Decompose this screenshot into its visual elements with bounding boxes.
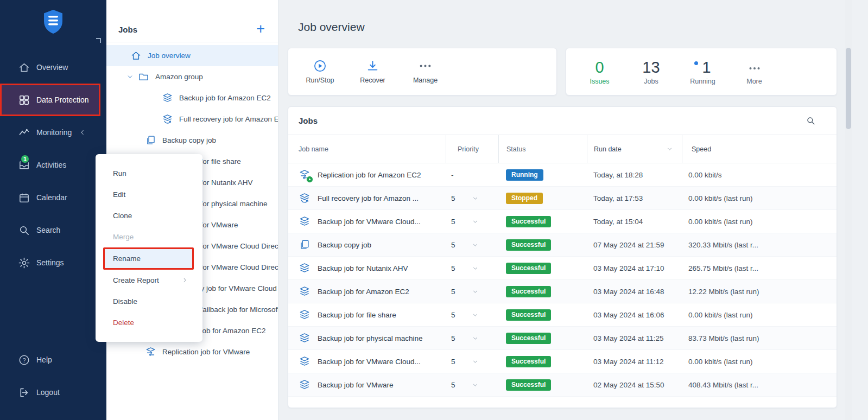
- priority-value: 5: [451, 241, 455, 249]
- job-icon-wrap: [299, 332, 311, 344]
- caret-down-icon[interactable]: [472, 335, 479, 342]
- tree-item-full-recovery-job-for-amazon-ec2[interactable]: Full recovery job for Amazon EC2: [106, 109, 278, 130]
- table-row[interactable]: Replication job for Amazon EC2-RunningTo…: [288, 163, 837, 187]
- sidebar-item-logout[interactable]: Logout: [0, 376, 106, 409]
- status-badge: Successful: [506, 286, 551, 297]
- calendar-icon: [18, 192, 30, 204]
- stat-issues[interactable]: 0Issues: [574, 58, 625, 85]
- context-menu-item-clone[interactable]: Clone: [96, 205, 202, 226]
- backup-job-icon: [299, 332, 311, 344]
- table-row[interactable]: Backup job for physical machine5Successf…: [288, 327, 837, 350]
- speed-cell: 408.43 Mbit/s (last r...: [682, 373, 837, 396]
- action-label: Manage: [413, 77, 438, 84]
- sidebar-item-activities[interactable]: Activities1: [0, 149, 106, 181]
- job-name: Backup job for VMware: [318, 381, 394, 389]
- speed: 320.33 Mbit/s (last r...: [688, 241, 758, 249]
- app-logo[interactable]: [41, 9, 65, 35]
- table-row[interactable]: Backup job for VMware5Successful02 May 2…: [288, 373, 837, 397]
- speed: 0.00 kbit/s (last run): [688, 311, 753, 319]
- sidebar-item-data-protection[interactable]: Data Protection: [0, 84, 100, 116]
- job-name: Backup job for file share: [318, 311, 396, 319]
- sidebar-item-settings[interactable]: Settings: [0, 246, 106, 279]
- status-badge: Running: [506, 169, 543, 181]
- manage-button[interactable]: Manage: [399, 59, 452, 84]
- run-stop-button[interactable]: Run/Stop: [294, 59, 346, 84]
- scrollbar-thumb[interactable]: [846, 48, 851, 129]
- column-header-priority[interactable]: Priority: [446, 135, 498, 163]
- sidebar-item-label: Activities: [36, 161, 66, 169]
- run-date-cell: 07 May 2024 at 21:59: [587, 233, 682, 256]
- recover-button[interactable]: Recover: [346, 59, 399, 84]
- caret-down-icon[interactable]: [472, 241, 479, 249]
- priority-cell: 5: [446, 257, 498, 279]
- sidebar-item-help[interactable]: ?Help: [0, 343, 106, 376]
- sidebar-item-overview[interactable]: Overview: [0, 51, 106, 84]
- sidebar-item-search[interactable]: Search: [0, 214, 106, 246]
- context-menu-item-delete[interactable]: Delete: [96, 312, 202, 333]
- stat-running[interactable]: 1Running: [677, 58, 728, 85]
- summary-cards: Run/StopRecoverManage 0Issues13Jobs1Runn…: [288, 48, 837, 96]
- run-date-cell: Today, at 18:28: [587, 163, 682, 186]
- stat-more[interactable]: More: [728, 58, 780, 85]
- table-row[interactable]: Backup job for VMware Cloud...5Successfu…: [288, 350, 837, 373]
- tree-item-replication-job-for-vmware[interactable]: Replication job for VMware: [106, 341, 278, 362]
- status-badge: Successful: [506, 216, 551, 227]
- column-header-run-date[interactable]: Run date: [587, 135, 682, 163]
- column-header-status[interactable]: Status: [498, 135, 587, 163]
- context-menu-item-edit[interactable]: Edit: [96, 184, 202, 205]
- add-job-button[interactable]: +: [256, 23, 265, 34]
- caret-down-icon[interactable]: [472, 311, 479, 319]
- shield-logo-icon: [41, 9, 65, 35]
- job-name: Backup job for VMware Cloud...: [318, 358, 421, 366]
- copy-job-icon: [299, 239, 311, 251]
- caret-down-icon[interactable]: [472, 381, 479, 389]
- caret-down-icon[interactable]: [472, 218, 479, 225]
- search-icon[interactable]: [806, 116, 816, 126]
- speed-cell: 83.73 Mbit/s (last run): [682, 327, 837, 349]
- sidebar-nav: OverviewData ProtectionMonitoringActivit…: [0, 51, 106, 279]
- table-row[interactable]: Backup job for file share5Successful03 M…: [288, 303, 837, 327]
- table-row[interactable]: Backup job for VMware Cloud...5Successfu…: [288, 210, 837, 233]
- speed: 12.22 Mbit/s (last run): [688, 288, 759, 296]
- caret-down-icon[interactable]: [472, 265, 479, 272]
- chevron-right-icon: [181, 277, 188, 284]
- sidebar-item-calendar[interactable]: Calendar: [0, 181, 106, 214]
- priority-value: 5: [451, 288, 455, 296]
- column-header-label: Job name: [299, 145, 328, 153]
- priority-cell: 5: [446, 327, 498, 349]
- tree-item-backup-job-for-amazon-ec2[interactable]: Backup job for Amazon EC2: [106, 87, 278, 109]
- context-menu-item-disable[interactable]: Disable: [96, 291, 202, 312]
- menu-item-label: Delete: [113, 319, 134, 327]
- stat-value: 1: [694, 58, 711, 77]
- stat-label: Issues: [590, 78, 609, 85]
- tree-item-amazon-group[interactable]: Amazon group: [106, 66, 278, 87]
- stat-label: Running: [690, 78, 715, 85]
- run-date: Today, at 15:04: [593, 218, 643, 226]
- table-row[interactable]: Backup job for Amazon EC25Successful03 M…: [288, 280, 837, 303]
- table-row[interactable]: Full recovery job for Amazon ...5Stopped…: [288, 187, 837, 210]
- column-header-label: Run date: [594, 145, 622, 153]
- context-menu-item-rename[interactable]: Rename: [103, 247, 194, 270]
- sidebar-item-monitoring[interactable]: Monitoring: [0, 116, 106, 149]
- stat-jobs[interactable]: 13Jobs: [625, 58, 677, 85]
- status-badge: Successful: [506, 263, 551, 274]
- column-header-speed[interactable]: Speed: [682, 135, 837, 163]
- status-badge: Successful: [506, 239, 551, 251]
- tree-item-backup-copy-job[interactable]: Backup copy job: [106, 130, 278, 151]
- context-menu-item-create-report[interactable]: Create Report: [96, 270, 202, 291]
- priority-value: 5: [451, 264, 455, 272]
- column-header-job-name[interactable]: Job name: [288, 135, 446, 163]
- sidebar-collapse-mark[interactable]: [96, 38, 101, 43]
- speed-cell: 12.22 Mbit/s (last run): [682, 280, 837, 303]
- tree-item-job-overview[interactable]: Job overview: [106, 45, 278, 66]
- caret-down-icon[interactable]: [472, 358, 479, 365]
- sidebar-item-label: Search: [36, 226, 60, 234]
- table-row[interactable]: Backup job for Nutanix AHV5Successful03 …: [288, 257, 837, 280]
- context-menu-item-run[interactable]: Run: [96, 163, 202, 184]
- table-row[interactable]: Backup copy job5Successful07 May 2024 at…: [288, 233, 837, 257]
- run-date-cell: 03 May 2024 at 16:48: [587, 280, 682, 303]
- backup-job-icon: [299, 215, 311, 227]
- caret-down-icon[interactable]: [472, 288, 479, 295]
- caret-down-icon[interactable]: [472, 195, 479, 202]
- menu-item-label: Clone: [113, 212, 132, 220]
